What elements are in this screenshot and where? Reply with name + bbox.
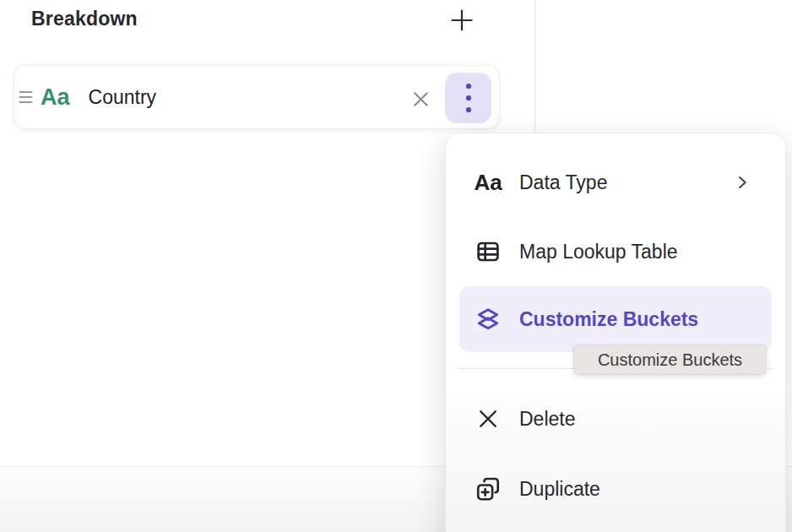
table-icon	[474, 238, 502, 265]
menu-item-map-lookup-table[interactable]: Map Lookup Table	[459, 225, 772, 279]
field-type-icon: Aa	[41, 86, 70, 109]
menu-item-label: Data Type	[519, 171, 607, 194]
menu-item-label: Map Lookup Table	[519, 241, 678, 263]
add-breakdown-button[interactable]	[447, 5, 477, 35]
text-type-icon: Aa	[474, 171, 502, 193]
page-title: Breakdown	[31, 8, 138, 30]
remove-field-button[interactable]	[405, 84, 436, 114]
close-icon	[410, 89, 431, 110]
duplicate-icon	[474, 475, 502, 502]
chevron-right-icon	[733, 173, 751, 192]
field-name: Country	[89, 86, 157, 109]
menu-item-data-type[interactable]: Aa Data Type	[459, 155, 772, 209]
menu-item-label: Customize Buckets	[519, 308, 698, 331]
layers-icon	[474, 306, 502, 333]
x-icon	[474, 407, 502, 431]
menu-item-duplicate[interactable]: Duplicate	[459, 462, 772, 516]
menu-item-delete[interactable]: Delete	[459, 392, 772, 446]
breakdown-panel: Breakdown Aa Country	[0, 0, 792, 532]
drag-handle-icon[interactable]	[19, 88, 33, 106]
field-options-menu: Aa Data Type Map Lookup Table	[445, 133, 786, 532]
tooltip-text: Customize Buckets	[598, 350, 742, 370]
menu-item-label: Delete	[519, 408, 575, 431]
menu-item-label: Duplicate	[519, 478, 600, 501]
kebab-menu-icon	[464, 80, 474, 116]
plus-icon	[449, 8, 475, 33]
field-options-button[interactable]	[445, 73, 491, 123]
menu-item-customize-buckets[interactable]: Customize Buckets	[459, 286, 772, 352]
customize-buckets-tooltip: Customize Buckets	[574, 345, 766, 374]
breakdown-field-card: Aa Country	[14, 65, 500, 129]
